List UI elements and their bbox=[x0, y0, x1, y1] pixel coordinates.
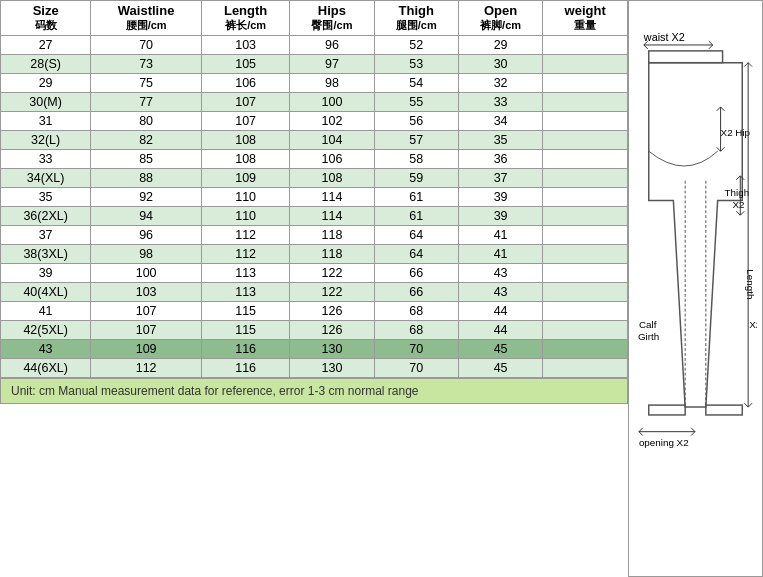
cell-row8-size: 35 bbox=[1, 188, 91, 207]
cell-row4-length: 107 bbox=[201, 112, 289, 131]
cell-row1-hips: 97 bbox=[290, 55, 374, 74]
cell-row5-weight bbox=[543, 131, 628, 150]
cell-row15-length: 115 bbox=[201, 321, 289, 340]
cell-row8-open: 39 bbox=[458, 188, 542, 207]
cell-row14-size: 41 bbox=[1, 302, 91, 321]
cell-row6-thigh: 58 bbox=[374, 150, 458, 169]
size-table: Size 码数 Waistline 腰围/cm Length 裤长/cm Hip… bbox=[0, 0, 628, 378]
cell-row13-size: 40(4XL) bbox=[1, 283, 91, 302]
cell-row7-thigh: 59 bbox=[374, 169, 458, 188]
cell-row9-open: 39 bbox=[458, 207, 542, 226]
cell-row7-length: 109 bbox=[201, 169, 289, 188]
cell-row15-weight bbox=[543, 321, 628, 340]
cell-row12-size: 39 bbox=[1, 264, 91, 283]
cell-row7-size: 34(XL) bbox=[1, 169, 91, 188]
cell-row3-thigh: 55 bbox=[374, 93, 458, 112]
cell-row17-hips: 130 bbox=[290, 359, 374, 378]
cell-row3-open: 33 bbox=[458, 93, 542, 112]
cell-row6-hips: 106 bbox=[290, 150, 374, 169]
svg-text:X2 Hip: X2 Hip bbox=[721, 127, 751, 138]
cell-row3-size: 30(M) bbox=[1, 93, 91, 112]
cell-row2-size: 29 bbox=[1, 74, 91, 93]
pants-diagram: waist X2 X2 Hip T bbox=[634, 19, 757, 559]
cell-row17-waist: 112 bbox=[91, 359, 202, 378]
cell-row5-size: 32(L) bbox=[1, 131, 91, 150]
cell-row17-open: 45 bbox=[458, 359, 542, 378]
main-container: Size 码数 Waistline 腰围/cm Length 裤长/cm Hip… bbox=[0, 0, 763, 577]
svg-rect-37 bbox=[649, 405, 685, 415]
cell-row2-thigh: 54 bbox=[374, 74, 458, 93]
cell-row17-size: 44(6XL) bbox=[1, 359, 91, 378]
cell-row5-open: 35 bbox=[458, 131, 542, 150]
cell-row10-size: 37 bbox=[1, 226, 91, 245]
svg-line-35 bbox=[691, 427, 695, 431]
cell-row16-weight bbox=[543, 340, 628, 359]
cell-row9-hips: 114 bbox=[290, 207, 374, 226]
cell-row11-weight bbox=[543, 245, 628, 264]
cell-row16-size: 43 bbox=[1, 340, 91, 359]
header-hips: Hips 臀围/cm bbox=[290, 1, 374, 36]
header-length: Length 裤长/cm bbox=[201, 1, 289, 36]
cell-row17-weight bbox=[543, 359, 628, 378]
table-section: Size 码数 Waistline 腰围/cm Length 裤长/cm Hip… bbox=[0, 0, 628, 577]
cell-row1-length: 105 bbox=[201, 55, 289, 74]
cell-row11-waist: 98 bbox=[91, 245, 202, 264]
cell-row1-size: 28(S) bbox=[1, 55, 91, 74]
cell-row6-size: 33 bbox=[1, 150, 91, 169]
cell-row7-waist: 88 bbox=[91, 169, 202, 188]
cell-row0-waist: 70 bbox=[91, 36, 202, 55]
cell-row0-thigh: 52 bbox=[374, 36, 458, 55]
cell-row8-hips: 114 bbox=[290, 188, 374, 207]
cell-row6-waist: 85 bbox=[91, 150, 202, 169]
cell-row15-thigh: 68 bbox=[374, 321, 458, 340]
cell-row16-length: 116 bbox=[201, 340, 289, 359]
cell-row0-weight bbox=[543, 36, 628, 55]
cell-row13-weight bbox=[543, 283, 628, 302]
cell-row3-weight bbox=[543, 93, 628, 112]
cell-row14-hips: 126 bbox=[290, 302, 374, 321]
cell-row4-hips: 102 bbox=[290, 112, 374, 131]
cell-row0-length: 103 bbox=[201, 36, 289, 55]
cell-row0-size: 27 bbox=[1, 36, 91, 55]
svg-rect-6 bbox=[649, 50, 723, 62]
svg-line-21 bbox=[740, 211, 744, 215]
cell-row5-length: 108 bbox=[201, 131, 289, 150]
svg-text:waist X2: waist X2 bbox=[643, 31, 685, 43]
header-thigh: Thigh 腿围/cm bbox=[374, 1, 458, 36]
cell-row15-hips: 126 bbox=[290, 321, 374, 340]
svg-line-20 bbox=[736, 211, 740, 215]
cell-row2-length: 106 bbox=[201, 74, 289, 93]
cell-row10-open: 41 bbox=[458, 226, 542, 245]
cell-row1-thigh: 53 bbox=[374, 55, 458, 74]
cell-row10-weight bbox=[543, 226, 628, 245]
cell-row10-thigh: 64 bbox=[374, 226, 458, 245]
cell-row14-weight bbox=[543, 302, 628, 321]
cell-row12-thigh: 66 bbox=[374, 264, 458, 283]
cell-row3-hips: 100 bbox=[290, 93, 374, 112]
cell-row16-waist: 109 bbox=[91, 340, 202, 359]
header-waist: Waistline 腰围/cm bbox=[91, 1, 202, 36]
cell-row6-weight bbox=[543, 150, 628, 169]
svg-line-36 bbox=[691, 431, 695, 435]
cell-row12-hips: 122 bbox=[290, 264, 374, 283]
svg-line-34 bbox=[639, 431, 643, 435]
cell-row17-thigh: 70 bbox=[374, 359, 458, 378]
cell-row15-open: 44 bbox=[458, 321, 542, 340]
svg-text:X2: X2 bbox=[749, 319, 757, 330]
svg-line-5 bbox=[709, 44, 713, 48]
cell-row7-open: 37 bbox=[458, 169, 542, 188]
svg-text:Girth: Girth bbox=[638, 331, 659, 342]
cell-row1-open: 30 bbox=[458, 55, 542, 74]
cell-row11-length: 112 bbox=[201, 245, 289, 264]
cell-row12-open: 43 bbox=[458, 264, 542, 283]
svg-text:opening X2: opening X2 bbox=[639, 437, 689, 448]
cell-row10-length: 112 bbox=[201, 226, 289, 245]
cell-row4-size: 31 bbox=[1, 112, 91, 131]
header-open: Open 裤脚/cm bbox=[458, 1, 542, 36]
svg-line-12 bbox=[721, 106, 725, 110]
cell-row3-length: 107 bbox=[201, 93, 289, 112]
cell-row12-weight bbox=[543, 264, 628, 283]
svg-line-4 bbox=[709, 41, 713, 45]
svg-line-28 bbox=[748, 403, 752, 407]
cell-row0-open: 29 bbox=[458, 36, 542, 55]
